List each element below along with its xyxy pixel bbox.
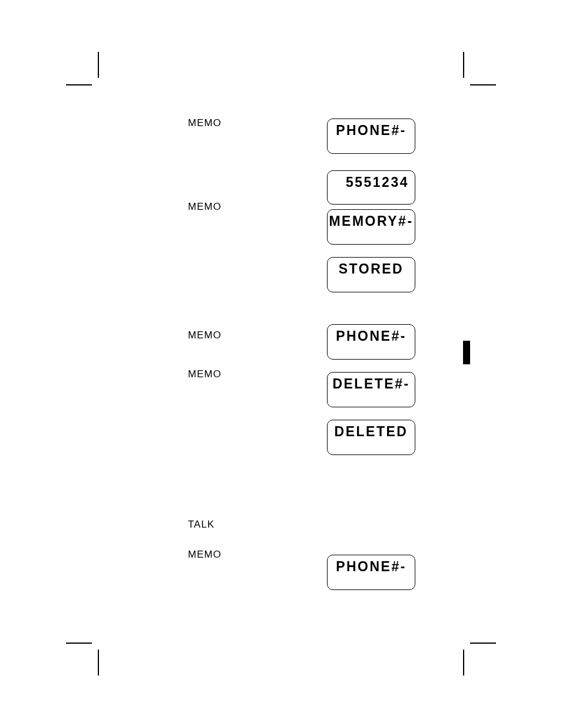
crop-mark xyxy=(98,650,99,676)
crop-mark xyxy=(66,643,92,644)
lcd-text: PHONE#- xyxy=(328,328,415,344)
memo-label: MEMO xyxy=(188,368,222,380)
lcd-text: DELETE#- xyxy=(328,376,415,392)
crop-mark xyxy=(463,52,464,78)
lcd-text: 5551234 xyxy=(328,174,409,190)
lcd-text: PHONE#- xyxy=(328,559,415,575)
lcd-text: MEMORY#- xyxy=(328,213,415,229)
lcd-display: DELETE#- xyxy=(327,372,415,407)
tab-mark xyxy=(463,341,470,364)
lcd-display: PHONE#- xyxy=(327,118,415,154)
crop-mark xyxy=(66,84,92,85)
crop-mark xyxy=(98,52,99,78)
talk-label: TALK xyxy=(188,519,214,531)
lcd-display: MEMORY#- xyxy=(327,209,415,245)
crop-mark xyxy=(470,643,496,644)
lcd-display: DELETED xyxy=(327,420,415,455)
crop-mark xyxy=(463,650,464,676)
lcd-display: PHONE#- xyxy=(327,324,415,360)
lcd-display: 5551234 xyxy=(327,170,415,205)
lcd-text: STORED xyxy=(328,261,415,277)
lcd-display: PHONE#- xyxy=(327,555,415,590)
lcd-text: PHONE#- xyxy=(328,123,415,139)
memo-label: MEMO xyxy=(188,549,222,561)
memo-label: MEMO xyxy=(188,201,222,213)
memo-label: MEMO xyxy=(188,330,222,341)
crop-mark xyxy=(470,84,496,85)
memo-label: MEMO xyxy=(188,117,222,129)
lcd-display: STORED xyxy=(327,257,415,292)
lcd-text: DELETED xyxy=(328,424,415,440)
